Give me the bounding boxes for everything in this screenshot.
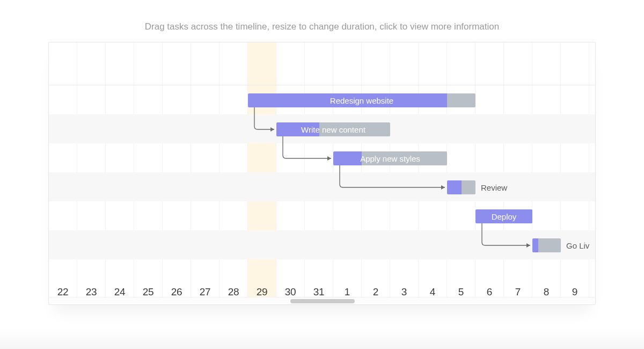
date-label: 7 bbox=[504, 286, 532, 298]
horizontal-scrollbar[interactable] bbox=[49, 297, 595, 304]
task-progress bbox=[447, 180, 462, 194]
task-label: Write new content bbox=[297, 125, 370, 134]
task-label: Go Liv bbox=[563, 238, 589, 252]
task-bar-redesign[interactable]: Redesign website bbox=[248, 93, 475, 107]
task-label: Redesign website bbox=[326, 96, 398, 105]
date-label: 4 bbox=[419, 286, 447, 298]
task-label: Apply new styles bbox=[356, 154, 425, 163]
date-label: 28 bbox=[219, 286, 247, 298]
date-label: 9 bbox=[561, 286, 589, 298]
date-label: 2 bbox=[362, 286, 390, 298]
task-progress bbox=[532, 238, 538, 252]
instructions-text: Drag tasks across the timeline, resize t… bbox=[0, 0, 644, 42]
task-row: Deploy bbox=[49, 201, 595, 230]
date-label: 26 bbox=[163, 286, 191, 298]
task-label: Deploy bbox=[487, 212, 521, 221]
date-label: 8 bbox=[532, 286, 560, 298]
date-label: 1 bbox=[333, 286, 361, 298]
task-row: Write new content bbox=[49, 114, 595, 143]
date-label: 22 bbox=[49, 286, 77, 298]
task-bar-golive[interactable] bbox=[532, 238, 561, 252]
task-bar-styles[interactable]: Apply new styles bbox=[333, 151, 447, 165]
scrollbar-thumb[interactable] bbox=[290, 299, 355, 303]
date-label: 5 bbox=[447, 286, 475, 298]
date-label: 3 bbox=[390, 286, 418, 298]
date-label: 30 bbox=[276, 286, 304, 298]
gantt-chart[interactable]: 22232425262728293031123456789 Redesign w… bbox=[48, 42, 596, 305]
task-row: Redesign website bbox=[49, 85, 595, 114]
date-label: 29 bbox=[248, 286, 276, 298]
task-row: Go Liv bbox=[49, 230, 595, 259]
date-label: 23 bbox=[77, 286, 105, 298]
date-label: 25 bbox=[134, 286, 162, 298]
task-bar-review[interactable] bbox=[447, 180, 475, 194]
task-row: Review bbox=[49, 172, 595, 201]
task-label: Review bbox=[478, 180, 507, 194]
task-row: Apply new styles bbox=[49, 143, 595, 172]
date-label: 27 bbox=[191, 286, 219, 298]
task-bar-write[interactable]: Write new content bbox=[276, 122, 390, 136]
footer-shadow bbox=[0, 328, 644, 349]
date-label: 6 bbox=[475, 286, 503, 298]
date-label: 31 bbox=[305, 286, 333, 298]
task-bar-deploy[interactable]: Deploy bbox=[475, 209, 532, 223]
task-rows: Redesign websiteWrite new contentApply n… bbox=[49, 85, 595, 259]
date-label: 24 bbox=[106, 286, 134, 298]
